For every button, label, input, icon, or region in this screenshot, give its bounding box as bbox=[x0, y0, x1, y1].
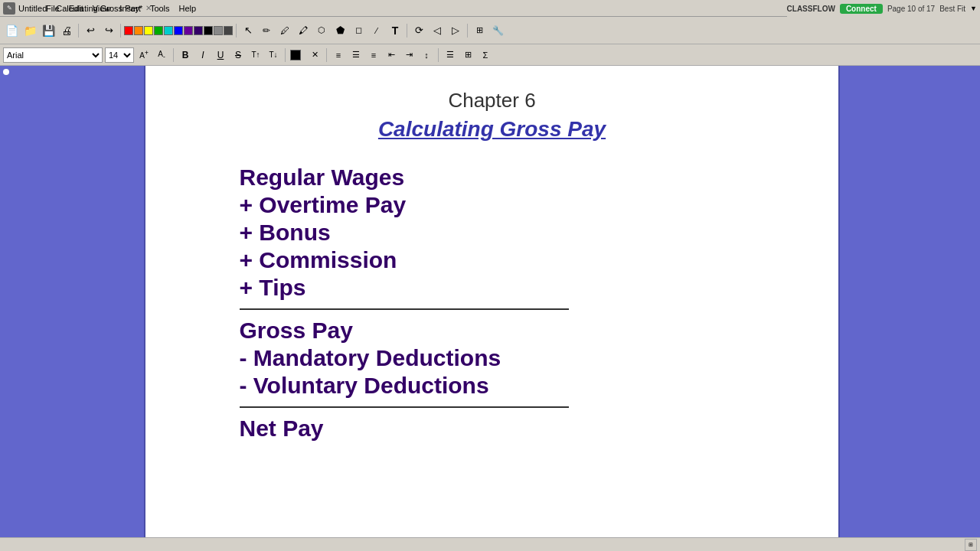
align-center-button[interactable]: ☰ bbox=[348, 47, 364, 63]
new-button[interactable]: 📄 bbox=[3, 22, 20, 39]
marker-tool[interactable]: 🖊 bbox=[276, 22, 293, 39]
doc-content: Chapter 6 Calculating Gross Pay Regular … bbox=[224, 89, 760, 442]
open-button[interactable]: 📁 bbox=[21, 22, 38, 39]
chapter-label: Chapter 6 bbox=[224, 89, 760, 112]
purple-swatch[interactable] bbox=[184, 26, 193, 35]
gray-swatch[interactable] bbox=[214, 26, 223, 35]
text-tool[interactable]: T bbox=[387, 22, 403, 39]
main-layout: Chapter 6 Calculating Gross Pay Regular … bbox=[0, 66, 980, 537]
black-color-button[interactable] bbox=[289, 47, 305, 63]
fmt-sep4 bbox=[438, 48, 439, 62]
line-commission: + Commission bbox=[240, 247, 760, 273]
line-spacing-button[interactable]: ↕ bbox=[419, 47, 434, 63]
strikethrough-button[interactable]: S bbox=[230, 47, 246, 63]
fmt-sep2 bbox=[285, 48, 286, 62]
fmt-sep3 bbox=[326, 48, 327, 62]
redo-button[interactable]: ↪ bbox=[100, 22, 117, 39]
list-button[interactable]: ☰ bbox=[443, 47, 458, 63]
line-bonus: + Bonus bbox=[240, 220, 760, 246]
refresh-button[interactable]: ⟳ bbox=[410, 22, 427, 39]
zoom-level[interactable]: Best Fit bbox=[939, 5, 965, 13]
align-right-button[interactable]: ≡ bbox=[366, 47, 381, 63]
menu-help[interactable]: Help bbox=[179, 4, 197, 13]
line-regular-wages: Regular Wages bbox=[240, 165, 760, 191]
indent-less-button[interactable]: ⇤ bbox=[384, 47, 399, 63]
formatting-toolbar: Arial 14 A+ A- B I U S T↑ T↓ ✕ ≡ ☰ ≡ ⇤ ⇥… bbox=[0, 44, 980, 66]
fill-tool[interactable]: ⬟ bbox=[332, 22, 348, 39]
menu-edit[interactable]: Edit bbox=[69, 4, 83, 13]
green-swatch[interactable] bbox=[154, 26, 163, 35]
eraser-tool[interactable]: ◻ bbox=[350, 22, 367, 39]
page-indicator bbox=[3, 69, 9, 75]
save-button[interactable]: 💾 bbox=[40, 22, 57, 39]
toolbar-sep1 bbox=[78, 24, 79, 37]
toolbar-sep4 bbox=[407, 24, 407, 37]
line-overtime-pay: + Overtime Pay bbox=[240, 192, 760, 218]
divider-1 bbox=[240, 308, 569, 310]
orange-swatch[interactable] bbox=[134, 26, 143, 35]
classflow-label: CLASSFLOW bbox=[787, 5, 835, 13]
font-size-select[interactable]: 14 bbox=[105, 47, 134, 63]
highlight-tool[interactable]: 🖍 bbox=[295, 22, 312, 39]
divider-2 bbox=[240, 406, 569, 408]
table-button[interactable]: ⊞ bbox=[460, 47, 475, 63]
right-sidebar bbox=[838, 66, 980, 537]
menu-tools[interactable]: Tools bbox=[150, 4, 170, 13]
darkpurple-swatch[interactable] bbox=[194, 26, 203, 35]
pen-tool[interactable]: ✏ bbox=[258, 22, 275, 39]
menu-file[interactable]: File bbox=[46, 4, 60, 13]
line-tool[interactable]: ⁄ bbox=[368, 22, 385, 39]
italic-button[interactable]: I bbox=[195, 47, 211, 63]
menu-bar: File Edit View Insert Tools Help bbox=[0, 0, 196, 17]
textsize-up-button[interactable]: T↑ bbox=[248, 47, 263, 63]
bottom-bar: ⊞ bbox=[0, 537, 980, 551]
toolbar-sep3 bbox=[236, 24, 237, 37]
underline-button[interactable]: U bbox=[213, 47, 228, 63]
left-sidebar bbox=[0, 66, 145, 537]
main-toolbar: 📄 📁 💾 🖨 ↩ ↪ ↖ ✏ 🖊 🖍 ⬡ ⬟ ◻ ⁄ T ⟳ ◁ ▷ ⊞ 🔧 bbox=[0, 17, 980, 44]
indent-more-button[interactable]: ⇥ bbox=[401, 47, 416, 63]
connect-button[interactable]: Connect bbox=[840, 4, 883, 14]
textsize-down-button[interactable]: T↓ bbox=[266, 47, 281, 63]
font-family-select[interactable]: Arial bbox=[3, 47, 103, 63]
blue-swatch[interactable] bbox=[174, 26, 183, 35]
toolbar-sep2 bbox=[120, 24, 121, 37]
select-tool[interactable]: ↖ bbox=[240, 22, 256, 39]
menu-insert[interactable]: Insert bbox=[119, 4, 141, 13]
color-palette bbox=[124, 26, 233, 35]
back-button[interactable]: ◁ bbox=[429, 22, 446, 39]
align-left-button[interactable]: ≡ bbox=[331, 47, 346, 63]
zoom-button[interactable]: 🔧 bbox=[489, 22, 506, 39]
page-info: Page 10 of 17 bbox=[887, 5, 935, 13]
chapter-title: Calculating Gross Pay bbox=[224, 117, 760, 142]
yellow-swatch[interactable] bbox=[144, 26, 153, 35]
black-swatch[interactable] bbox=[204, 26, 213, 35]
line-mandatory: - Mandatory Deductions bbox=[240, 345, 760, 371]
sigma-button[interactable]: Σ bbox=[478, 47, 493, 63]
grid-button[interactable]: ⊞ bbox=[471, 22, 488, 39]
undo-button[interactable]: ↩ bbox=[82, 22, 99, 39]
forward-button[interactable]: ▷ bbox=[447, 22, 464, 39]
line-voluntary: - Voluntary Deductions bbox=[240, 373, 760, 399]
line-net-pay: Net Pay bbox=[240, 416, 760, 442]
fmt-sep1 bbox=[173, 48, 174, 62]
print-button[interactable]: 🖨 bbox=[58, 22, 75, 39]
red-swatch[interactable] bbox=[124, 26, 133, 35]
line-gross-pay: Gross Pay bbox=[240, 318, 760, 344]
superscript-button[interactable]: A+ bbox=[136, 47, 152, 63]
bold-button[interactable]: B bbox=[178, 47, 193, 63]
canvas-area[interactable]: Chapter 6 Calculating Gross Pay Regular … bbox=[145, 66, 838, 537]
darkgray-swatch[interactable] bbox=[224, 26, 233, 35]
toolbar-sep5 bbox=[467, 24, 468, 37]
subscript-button[interactable]: A- bbox=[154, 47, 169, 63]
cyan-swatch[interactable] bbox=[164, 26, 173, 35]
line-tips: + Tips bbox=[240, 275, 760, 301]
clear-format-button[interactable]: ✕ bbox=[307, 47, 322, 63]
scroll-corner[interactable]: ⊞ bbox=[965, 539, 977, 551]
zoom-dropdown-icon[interactable]: ▼ bbox=[970, 5, 977, 12]
menu-view[interactable]: View bbox=[93, 4, 111, 13]
shape-tool[interactable]: ⬡ bbox=[313, 22, 330, 39]
